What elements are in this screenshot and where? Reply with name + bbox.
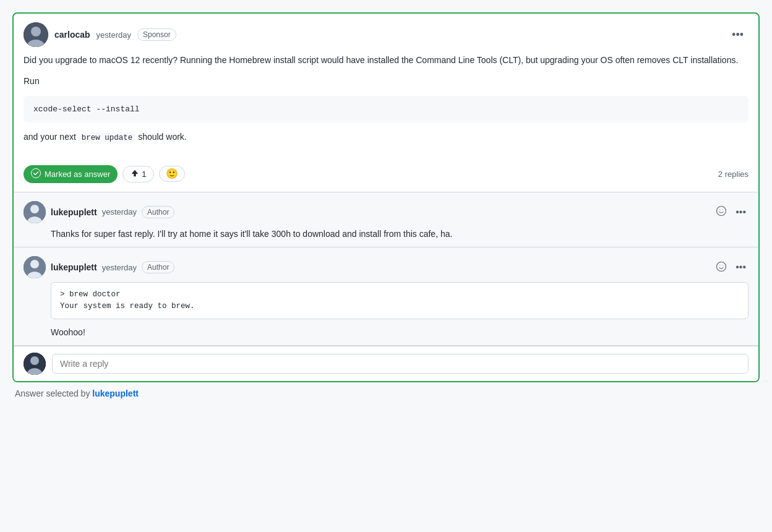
answer-footer-left: Marked as answer 1 🙂 bbox=[24, 165, 185, 183]
upvote-count: 1 bbox=[142, 169, 146, 179]
page-footer: Answer selected by lukepuplett bbox=[12, 382, 760, 405]
reply-input[interactable] bbox=[52, 354, 748, 374]
more-icon: ••• bbox=[736, 207, 746, 218]
reply-1-more-button[interactable]: ••• bbox=[733, 204, 748, 220]
emoji-reaction-button[interactable]: 🙂 bbox=[159, 166, 185, 182]
reply-2-code-block: > brew doctorYour system is ready to bre… bbox=[51, 282, 748, 319]
replies-section: lukepuplett yesterday Author bbox=[14, 192, 758, 381]
smiley-icon: 🙂 bbox=[166, 168, 178, 179]
answer-text-2: and your next brew update should work. bbox=[24, 130, 748, 144]
smiley-icon bbox=[716, 261, 727, 274]
reply-2-actions: ••• bbox=[713, 259, 748, 277]
reply-1-actions: ••• bbox=[713, 203, 748, 221]
check-icon bbox=[31, 168, 41, 180]
answer-timestamp: yesterday bbox=[96, 30, 131, 40]
reply-2-badge: Author bbox=[142, 261, 174, 273]
answer-text-2-post: should work. bbox=[138, 132, 187, 142]
reply-1-badge: Author bbox=[142, 206, 174, 218]
answer-header-left: carlocab yesterday Sponsor bbox=[24, 22, 176, 47]
reply-2-emoji-button[interactable] bbox=[713, 259, 729, 277]
footer-link[interactable]: lukepuplett bbox=[92, 388, 139, 398]
upvote-button[interactable]: 1 bbox=[122, 166, 154, 182]
reply-1-header-left: lukepuplett yesterday Author bbox=[24, 201, 174, 223]
more-icon: ••• bbox=[732, 28, 744, 41]
reply-1-timestamp: yesterday bbox=[102, 207, 137, 217]
reply-1-username: lukepuplett bbox=[51, 207, 97, 217]
answer-code-block: xcode-select --install bbox=[24, 96, 748, 122]
marked-as-answer-button[interactable]: Marked as answer bbox=[24, 165, 118, 183]
answer-text-2-pre: and your next bbox=[24, 132, 76, 142]
reply-input-section bbox=[14, 346, 758, 381]
svg-point-11 bbox=[30, 260, 39, 268]
svg-point-3 bbox=[32, 168, 41, 178]
svg-point-5 bbox=[30, 205, 39, 213]
upvote-arrow-icon bbox=[131, 169, 139, 179]
marked-as-answer-label: Marked as answer bbox=[45, 169, 110, 179]
answer-card: carlocab yesterday Sponsor ••• Did you u… bbox=[12, 12, 760, 382]
page-wrapper: carlocab yesterday Sponsor ••• Did you u… bbox=[12, 12, 760, 405]
svg-point-7 bbox=[717, 207, 726, 216]
more-icon: ••• bbox=[736, 262, 746, 273]
reply-item: lukepuplett yesterday Author bbox=[14, 247, 758, 346]
avatar-lukepuplett-1 bbox=[24, 201, 46, 223]
answer-inline-code: brew update bbox=[79, 132, 136, 144]
footer-text-pre: Answer selected by bbox=[15, 388, 90, 398]
reply-2-header-left: lukepuplett yesterday Author bbox=[24, 256, 174, 278]
reply-2-header: lukepuplett yesterday Author bbox=[24, 256, 748, 278]
svg-point-1 bbox=[31, 27, 41, 36]
answer-footer: Marked as answer 1 🙂 2 replies bbox=[14, 160, 758, 192]
reply-1-body: Thanks for super fast reply. I'll try at… bbox=[24, 227, 748, 241]
avatar-lukepuplett-2 bbox=[24, 256, 46, 278]
svg-point-13 bbox=[717, 262, 726, 271]
reply-1-text: Thanks for super fast reply. I'll try at… bbox=[51, 229, 452, 239]
answer-text-1: Did you upgrade to macOS 12 recently? Ru… bbox=[24, 53, 748, 67]
answer-badge: Sponsor bbox=[137, 28, 176, 41]
reply-2-text-after: Woohoo! bbox=[51, 325, 748, 339]
answer-run-label: Run bbox=[24, 74, 748, 88]
reply-2-more-button[interactable]: ••• bbox=[733, 259, 748, 275]
answer-username: carlocab bbox=[54, 30, 90, 40]
reply-1-emoji-button[interactable] bbox=[713, 203, 729, 221]
smiley-icon bbox=[716, 205, 727, 218]
svg-point-17 bbox=[30, 356, 39, 365]
reply-2-timestamp: yesterday bbox=[102, 263, 137, 272]
answer-more-button[interactable]: ••• bbox=[727, 26, 748, 44]
avatar-carlocab bbox=[24, 22, 48, 47]
avatar-current-user bbox=[24, 353, 46, 375]
reply-2-username: lukepuplett bbox=[51, 262, 97, 272]
replies-count: 2 replies bbox=[718, 169, 748, 179]
reply-2-body: > brew doctorYour system is ready to bre… bbox=[24, 282, 748, 339]
reply-item: lukepuplett yesterday Author bbox=[14, 192, 758, 247]
reply-1-header: lukepuplett yesterday Author bbox=[24, 201, 748, 223]
answer-body: Did you upgrade to macOS 12 recently? Ru… bbox=[14, 53, 758, 160]
answer-header: carlocab yesterday Sponsor ••• bbox=[14, 14, 758, 53]
